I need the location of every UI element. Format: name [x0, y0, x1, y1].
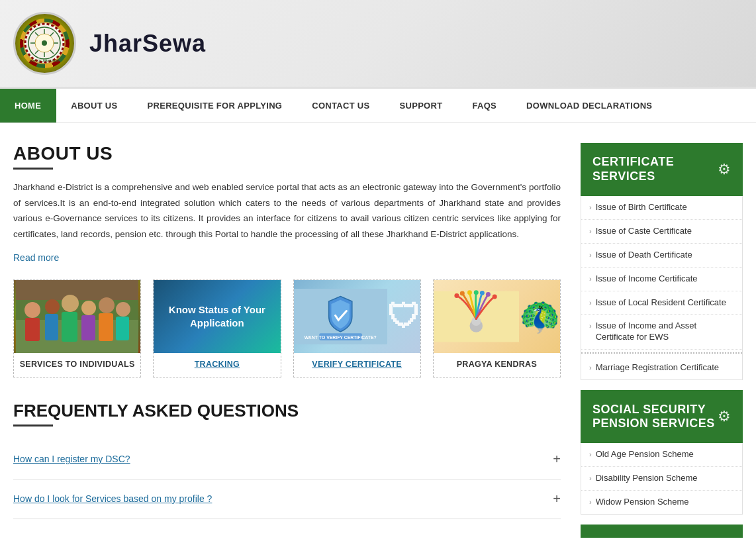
pragya-image [434, 280, 560, 353]
arrow-icon-7: › [589, 363, 592, 372]
pension-services-header: SOCIAL SECURITY PENSION SERVICES ⚙ [581, 390, 743, 443]
services-label: SERVICES TO INDIVIDUALS [20, 360, 135, 369]
svg-point-37 [467, 290, 472, 295]
cert-divider [581, 352, 742, 354]
svg-point-35 [454, 293, 459, 298]
arrow-icon-2: › [589, 226, 592, 236]
nav-contact-us[interactable]: CONTACT US [297, 89, 385, 123]
svg-text:GOVT OF JHARKHAND: GOVT OF JHARKHAND [30, 59, 60, 62]
nav-faqs[interactable]: FAQS [457, 89, 512, 123]
faq-expand-icon-2[interactable]: + [553, 491, 561, 507]
arrow-icon-5: › [589, 298, 592, 307]
pension-link-widow[interactable]: › Widow Pension Scheme [581, 491, 742, 514]
verify-label[interactable]: VERIFY CERTIFICATE [312, 360, 402, 369]
sidebar: CERTIFICATE SERVICES ⚙ › Issue of Birth … [581, 143, 743, 538]
svg-point-3 [42, 40, 47, 46]
svg-point-19 [45, 299, 60, 314]
header: GOVT OF JHARKHAND JharSewa [0, 0, 756, 87]
svg-text:WANT TO VERIFY CERTIFICATE?: WANT TO VERIFY CERTIFICATE? [304, 334, 376, 339]
navbar: HOME ABOUT US PREREQUISITE FOR APPLYING … [0, 87, 756, 123]
svg-rect-22 [62, 312, 77, 342]
certificate-services-title: CERTIFICATE SERVICES [592, 155, 718, 183]
svg-point-17 [24, 302, 40, 318]
logo-emblem: GOVT OF JHARKHAND [13, 12, 76, 75]
faq-underline [13, 425, 53, 426]
tracking-image: Know Status of Your Application [154, 280, 280, 353]
arrow-icon-9: › [589, 474, 592, 483]
cert-link-death[interactable]: › Issue of Death Certificate [581, 244, 742, 268]
nav-support[interactable]: SUPPORT [385, 89, 458, 123]
verify-image: WANT TO VERIFY CERTIFICATE? [294, 280, 420, 353]
svg-rect-26 [99, 313, 113, 341]
svg-point-40 [486, 291, 491, 296]
about-us-section: ABOUT US Jharkhand e-District is a compr… [13, 143, 561, 263]
faq-item-2[interactable]: How do I look for Services based on my p… [13, 479, 561, 519]
svg-point-27 [116, 302, 130, 317]
pension-services-links: › Old Age Pension Scheme › Disability Pe… [581, 443, 743, 515]
svg-point-23 [81, 301, 96, 315]
svg-point-21 [62, 295, 79, 312]
cert-link-birth[interactable]: › Issue of Birth Certificate [581, 196, 742, 220]
arrow-icon-8: › [589, 450, 592, 459]
content-area: ABOUT US Jharkhand e-District is a compr… [13, 143, 561, 538]
card-verify[interactable]: WANT TO VERIFY CERTIFICATE? VERIFY CERTI… [293, 279, 421, 377]
read-more-link[interactable]: Read more [13, 252, 59, 263]
certificate-services-section: CERTIFICATE SERVICES ⚙ › Issue of Birth … [581, 143, 743, 380]
svg-rect-20 [45, 314, 58, 340]
cert-link-resident[interactable]: › Issue of Local Resident Certificate [581, 291, 742, 315]
about-title-underline [13, 168, 53, 170]
arrow-icon-3: › [589, 250, 592, 260]
svg-point-39 [480, 290, 485, 295]
svg-point-38 [474, 290, 479, 295]
certificate-services-header: CERTIFICATE SERVICES ⚙ [581, 143, 743, 196]
svg-rect-28 [116, 317, 129, 340]
certificate-gear-icon: ⚙ [718, 161, 731, 178]
third-section-hint [581, 525, 743, 538]
main-container: ABOUT US Jharkhand e-District is a compr… [0, 123, 756, 551]
pension-services-section: SOCIAL SECURITY PENSION SERVICES ⚙ › Old… [581, 390, 743, 515]
svg-rect-24 [81, 315, 95, 340]
pension-gear-icon: ⚙ [718, 408, 731, 425]
services-image [14, 280, 140, 353]
svg-point-36 [460, 291, 465, 295]
arrow-icon-1: › [589, 203, 592, 212]
pragya-label: PRAGYA KENDRAS [457, 360, 537, 369]
cards-row: SERVICES TO INDIVIDUALS Know Status of Y… [13, 279, 561, 377]
cert-link-ews[interactable]: › Issue of Income and Asset Certificate … [581, 315, 742, 350]
certificate-services-links: › Issue of Birth Certificate › Issue of … [581, 196, 743, 380]
faq-item-1[interactable]: How can I register my DSC? + [13, 440, 561, 479]
faq-question-1[interactable]: How can I register my DSC? [13, 454, 130, 464]
arrow-icon-4: › [589, 274, 592, 283]
nav-prerequisite[interactable]: PREREQUISITE FOR APPLYING [133, 89, 298, 123]
svg-rect-18 [25, 318, 40, 341]
faq-section: FREQUENTLY ASKED QUESTIONS How can I reg… [13, 401, 561, 519]
pension-services-title: SOCIAL SECURITY PENSION SERVICES [592, 403, 718, 431]
cert-link-income[interactable]: › Issue of Income Certificate [581, 268, 742, 291]
nav-about-us[interactable]: ABOUT US [56, 89, 132, 123]
cert-link-caste[interactable]: › Issue of Caste Certificate [581, 220, 742, 244]
pension-link-disability[interactable]: › Disability Pension Scheme [581, 467, 742, 491]
arrow-icon-10: › [589, 497, 592, 507]
card-services-individuals[interactable]: SERVICES TO INDIVIDUALS [13, 279, 141, 377]
faq-question-2[interactable]: How do I look for Services based on my p… [13, 493, 212, 504]
card-pragya[interactable]: PRAGYA KENDRAS [433, 279, 561, 377]
tracking-label[interactable]: TRACKING [195, 360, 240, 369]
about-us-title: ABOUT US [13, 143, 561, 164]
nav-home[interactable]: HOME [0, 89, 56, 123]
site-title: JharSewa [89, 30, 206, 58]
arrow-icon-6: › [589, 321, 592, 330]
nav-download-declarations[interactable]: DOWNLOAD DECLARATIONS [512, 89, 667, 123]
svg-point-25 [99, 297, 115, 313]
svg-point-41 [492, 294, 496, 299]
faq-expand-icon-1[interactable]: + [553, 452, 561, 467]
faq-title: FREQUENTLY ASKED QUESTIONS [13, 401, 561, 421]
cert-link-marriage[interactable]: › Marriage Registration Certificate [581, 356, 742, 379]
about-body: Jharkhand e-District is a comprehensive … [13, 179, 561, 242]
card-tracking[interactable]: Know Status of Your Application TRACKING [153, 279, 281, 377]
pension-link-old-age[interactable]: › Old Age Pension Scheme [581, 443, 742, 467]
